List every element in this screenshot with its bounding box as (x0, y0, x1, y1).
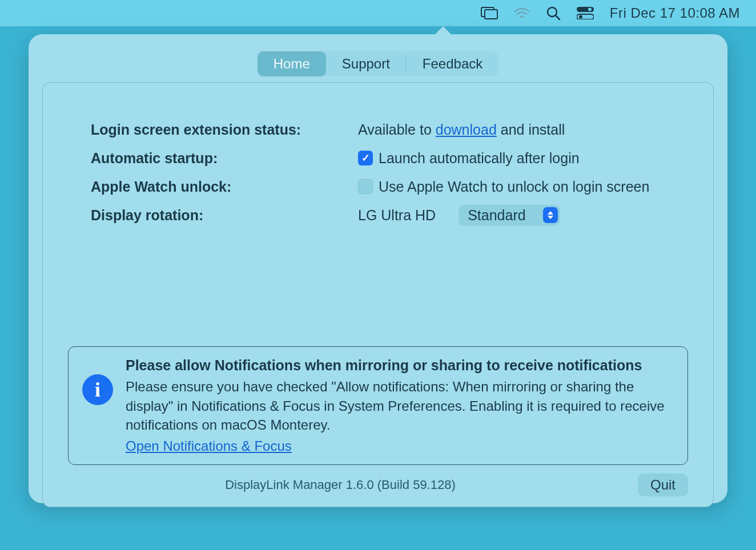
apple-watch-label: Apple Watch unlock: (91, 179, 358, 195)
login-extension-value: Available to download and install (358, 122, 690, 138)
open-notifications-link[interactable]: Open Notifications & Focus (126, 438, 292, 454)
menubar: Fri Dec 17 10:08 AM (0, 0, 756, 26)
notification-info-box: i Please allow Notifications when mirror… (68, 346, 688, 465)
info-title: Please allow Notifications when mirrorin… (126, 357, 674, 374)
tab-bar-inner: Home Support Feedback (258, 51, 499, 76)
apple-watch-row: Apple Watch unlock: Use Apple Watch to u… (91, 174, 690, 199)
download-link[interactable]: download (436, 122, 497, 138)
info-content: Please allow Notifications when mirrorin… (126, 357, 674, 454)
login-ext-suffix: and install (497, 122, 565, 138)
popover-window: Home Support Feedback Login screen exten… (29, 34, 727, 503)
display-rotation-row: Display rotation: LG Ultra HD Standard (91, 203, 690, 228)
wifi-icon[interactable] (514, 7, 530, 19)
screen-mirror-icon[interactable] (481, 7, 498, 19)
settings-list: Login screen extension status: Available… (91, 117, 690, 228)
svg-point-5 (588, 8, 592, 11)
version-label: DisplayLink Manager 1.6.0 (Build 59.128) (43, 478, 638, 492)
apple-watch-text: Use Apple Watch to unlock on login scree… (379, 179, 649, 195)
checkmark-icon: ✓ (361, 152, 370, 164)
info-icon: i (82, 374, 113, 405)
search-icon[interactable] (546, 6, 561, 21)
control-center-icon[interactable] (577, 7, 594, 19)
login-ext-prefix: Available to (358, 122, 436, 138)
auto-startup-checkbox[interactable]: ✓ (358, 151, 373, 165)
tab-support[interactable]: Support (326, 51, 406, 76)
quit-button[interactable]: Quit (638, 474, 688, 496)
auto-startup-text: Launch automatically after login (379, 150, 580, 167)
tab-feedback[interactable]: Feedback (407, 51, 498, 76)
svg-rect-1 (485, 10, 497, 19)
settings-panel: Login screen extension status: Available… (42, 82, 714, 507)
automatic-startup-row: Automatic startup: ✓ Launch automaticall… (91, 145, 690, 171)
login-extension-label: Login screen extension status: (91, 122, 358, 138)
popover-arrow (434, 26, 452, 35)
automatic-startup-value: ✓ Launch automatically after login (358, 150, 690, 167)
svg-point-7 (579, 15, 582, 19)
svg-line-3 (556, 15, 560, 19)
display-name: LG Ultra HD (358, 207, 436, 224)
display-rotation-value: LG Ultra HD Standard (358, 205, 690, 226)
updown-icon (543, 207, 558, 223)
rotation-select[interactable]: Standard (459, 205, 560, 226)
rotation-select-label: Standard (468, 207, 525, 224)
display-rotation-label: Display rotation: (91, 207, 358, 224)
automatic-startup-label: Automatic startup: (91, 150, 358, 167)
info-body: Please ensure you have checked "Allow no… (126, 377, 674, 435)
datetime[interactable]: Fri Dec 17 10:08 AM (610, 5, 740, 21)
footer: DisplayLink Manager 1.6.0 (Build 59.128)… (43, 474, 688, 496)
apple-watch-value: Use Apple Watch to unlock on login scree… (358, 179, 690, 195)
login-extension-row: Login screen extension status: Available… (91, 117, 690, 142)
tab-home[interactable]: Home (258, 51, 326, 76)
apple-watch-checkbox[interactable] (358, 179, 373, 194)
tab-bar: Home Support Feedback (29, 51, 727, 76)
